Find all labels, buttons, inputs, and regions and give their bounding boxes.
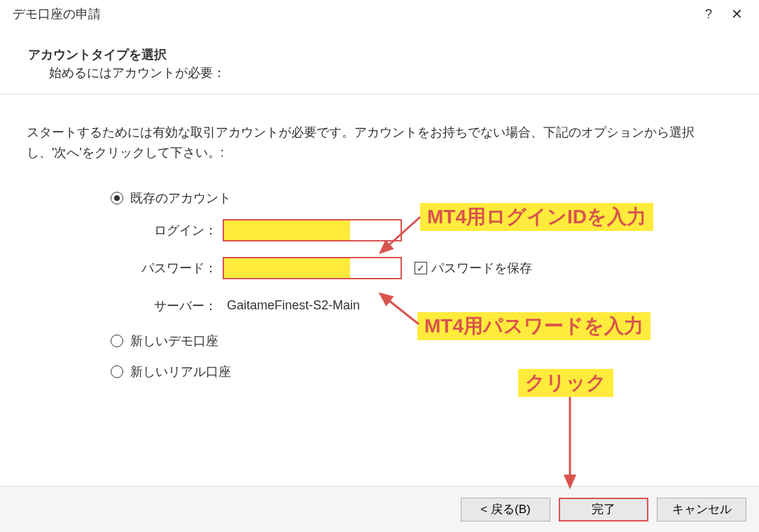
radio-label: 新しいリアル口座 bbox=[130, 363, 231, 380]
annotation-password: MT4用パスワードを入力 bbox=[417, 312, 650, 340]
back-button[interactable]: < 戻る(B) bbox=[461, 498, 550, 522]
header-section: アカウントタイプを選択 始めるにはアカウントが必要： bbox=[0, 28, 759, 94]
header-subtitle: 始めるにはアカウントが必要： bbox=[28, 64, 731, 81]
radio-icon bbox=[111, 365, 123, 378]
login-input-highlight bbox=[224, 220, 350, 240]
radio-label: 既存のアカウント bbox=[130, 190, 231, 206]
login-input[interactable] bbox=[223, 219, 402, 241]
radio-new-real[interactable]: 新しいリアル口座 bbox=[111, 363, 732, 380]
save-password-checkbox[interactable]: ✓ パスワードを保存 bbox=[415, 260, 532, 276]
annotation-click: クリック bbox=[518, 369, 613, 397]
arrow-icon bbox=[560, 393, 581, 491]
password-row: パスワード： ✓ パスワードを保存 bbox=[139, 257, 732, 279]
login-label: ログイン： bbox=[139, 222, 223, 239]
server-value: GaitameFinest-S2-Main bbox=[227, 298, 360, 313]
password-input[interactable] bbox=[223, 257, 402, 279]
server-label: サーバー： bbox=[139, 298, 223, 314]
header-title: アカウントタイプを選択 bbox=[28, 46, 731, 63]
titlebar: デモ口座の申請 ? ✕ bbox=[0, 0, 759, 28]
instruction-text: スタートするためには有効な取引アカウントが必要です。アカウントをお持ちでない場合… bbox=[27, 122, 732, 163]
close-icon[interactable]: ✕ bbox=[723, 6, 751, 22]
help-icon[interactable]: ? bbox=[695, 7, 723, 22]
radio-icon bbox=[111, 192, 123, 204]
radio-label: 新しいデモ口座 bbox=[130, 332, 218, 349]
finish-button[interactable]: 完了 bbox=[559, 498, 648, 522]
save-password-label: パスワードを保存 bbox=[431, 260, 532, 276]
checkbox-icon: ✓ bbox=[415, 262, 427, 274]
annotation-login: MT4用ログインIDを入力 bbox=[420, 203, 653, 231]
cancel-button[interactable]: キャンセル bbox=[657, 498, 746, 522]
password-input-highlight bbox=[224, 258, 350, 278]
window-title: デモ口座の申請 bbox=[13, 6, 695, 22]
footer: < 戻る(B) 完了 キャンセル bbox=[0, 486, 759, 532]
password-label: パスワード： bbox=[139, 260, 223, 276]
existing-account-form: ログイン： パスワード： ✓ パスワードを保存 サーバー： GaitameFin… bbox=[139, 219, 732, 317]
radio-icon bbox=[111, 335, 123, 347]
